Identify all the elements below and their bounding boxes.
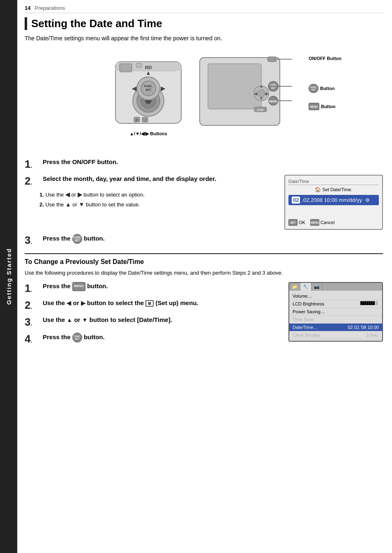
step-2-sub: 1. Use the ◀ or ▶ button to select an op…	[39, 191, 276, 208]
menu-item-clock-label: Clock Display	[293, 333, 320, 338]
menu-item-datetime: Date/Time… 02.02.'08 10:00	[289, 324, 382, 331]
arrow-up-icon: ▲	[65, 201, 71, 208]
menu-items-list: Volume… LCD Brightness ▊▊▊▊▊▊▊▏▏ Power S…	[289, 291, 382, 341]
svg-rect-4	[120, 64, 132, 72]
svg-text:◀: ◀	[254, 91, 257, 96]
svg-rect-24	[267, 57, 277, 62]
menu-item-clock-value: 3 Sec.	[366, 333, 379, 338]
section2-step-4-number: 4.	[25, 333, 36, 345]
step-2-row: 2. Select the month, day, year and time,…	[25, 175, 276, 187]
arrow-left-icon-s2: ◀	[67, 300, 71, 306]
menu-item-volume: Volume…	[289, 292, 382, 300]
page-header: 14 Preparations	[25, 5, 383, 13]
step-2-area: 2. Select the month, day, year and time,…	[25, 175, 383, 230]
section2-step-2-text: Use the ◀ or ▶ button to select the ⊞ (S…	[43, 299, 280, 307]
camera-front-view: ISO FUNC. SET ▲ ▼	[111, 53, 185, 127]
dialog-cancel-item: MENU Cancel	[310, 219, 334, 226]
steps-col-2: 2. Select the month, day, year and time,…	[25, 175, 276, 211]
sidebar: Getting Started	[0, 0, 17, 553]
dialog-spacer	[288, 208, 379, 217]
menu-item-datetime-label: Date/Time…	[293, 325, 318, 330]
subsection-title: To Change a Previously Set Date/Time	[25, 258, 383, 266]
step-2-sub-2: 2. Use the ▲ or ▼ button to set the valu…	[39, 201, 276, 209]
menu-btn-icon-s2: MENU	[72, 282, 85, 291]
menu-item-brightness: LCD Brightness ▊▊▊▊▊▊▊▏▏	[289, 300, 382, 308]
dialog-settings-icon: ⚙	[365, 197, 370, 203]
section2-step-3-number: 3.	[25, 316, 36, 329]
section2-steps-area: 1. Press the MENU button. 2. Use the ◀ o…	[25, 282, 383, 349]
section-divider	[25, 253, 383, 254]
section2-step-3-row: 3. Use the ▲ or ▼ button to select [Date…	[25, 316, 280, 329]
arrow-down-icon: ▼	[79, 201, 85, 208]
dialog-title: Date/Time	[288, 179, 379, 185]
func-set-icon-s2-step4: FUNCSET	[72, 333, 82, 342]
svg-text:MENU: MENU	[269, 100, 278, 103]
section2-step-2-row: 2. Use the ◀ or ▶ button to select the ⊞…	[25, 299, 280, 312]
menu-tab-2: 🔧	[300, 283, 311, 291]
svg-text:FUNC.: FUNC.	[144, 85, 152, 88]
menu-item-timezone: Time Zone…	[289, 316, 382, 324]
menu-item-datetime-value: 02.02.'08 10:00	[348, 325, 379, 330]
step-2-text: Select the month, day, year and time, an…	[43, 175, 276, 183]
func-set-back-icon: FUNC. SET	[309, 84, 318, 93]
menu-tab-3: 📷	[311, 283, 323, 291]
svg-text:▼: ▼	[259, 96, 263, 101]
svg-rect-23	[208, 64, 261, 109]
menu-item-volume-label: Volume…	[293, 294, 312, 298]
step-1-row: 1. Press the ON/OFF button.	[25, 158, 383, 171]
camera-front-svg: ISO FUNC. SET ▲ ▼	[111, 53, 185, 127]
svg-rect-5	[136, 63, 142, 67]
dialog-date-rest: .02.2008 10:00 mm/dd/yy	[302, 197, 362, 203]
arrow-right-icon-s2: ▶	[81, 300, 85, 306]
menu-item-power: Power Saving…	[289, 308, 382, 316]
dialog-date-highlighted: 02	[292, 197, 300, 204]
step-2-sub-1: 1. Use the ◀ or ▶ button to select an op…	[39, 191, 276, 199]
camera-back-svg: FUNC. SET MENU ▲ ▼ ◀ ▶ DISP.	[198, 53, 296, 132]
setup-icon: ⊞	[145, 300, 154, 307]
arrow-up-icon-s2: ▲	[67, 317, 72, 323]
menu-item-timezone-label: Time Zone…	[293, 317, 318, 322]
step-3-text: Press the FUNCSET button.	[43, 234, 383, 244]
func-set-icon-step3: FUNCSET	[72, 234, 82, 244]
section2-step-4-row: 4. Press the FUNCSET button.	[25, 333, 280, 345]
section2-step-3-text: Use the ▲ or ▼ button to select [Date/Ti…	[43, 316, 280, 324]
svg-text:▶: ▶	[161, 85, 166, 92]
datetime-dialog: Date/Time 🏠 Set Date/Time. 02 .02.2008 1…	[284, 175, 383, 230]
page-section: Preparations	[35, 5, 65, 11]
steps-section-1: 1. Press the ON/OFF button. 2. Select th…	[25, 158, 383, 247]
section2-step-1-text: Press the MENU button.	[43, 282, 280, 291]
dialog-cancel-text: Cancel	[321, 220, 334, 225]
svg-text:▶: ▶	[265, 91, 269, 96]
menu-item-clock: Clock Display 3 Sec.	[289, 331, 382, 339]
section2-step-4-text: Press the FUNCSET button.	[43, 333, 280, 342]
section-title: Setting the Date and Time	[25, 17, 383, 30]
section2-step-2-number: 2.	[25, 299, 36, 312]
svg-text:FUNC.: FUNC.	[270, 83, 277, 86]
menu-back-icon: MENU	[309, 103, 319, 110]
or-text-1: or	[71, 192, 76, 198]
set-button: SET	[288, 219, 297, 226]
buttons-label: ▲/▼/◀/▶ Buttons	[129, 131, 167, 136]
arrow-left-icon: ◀	[65, 191, 70, 198]
camera-front-label: ▲/▼/◀/▶ Buttons	[111, 131, 185, 137]
dialog-ok-item: SET OK	[288, 219, 305, 226]
svg-text:SET: SET	[145, 88, 151, 91]
dialog-subtitle-text: Set Date/Time.	[323, 187, 353, 192]
camera-back-labels: ON/OFF Button FUNC. SET Button MENU Butt…	[309, 53, 341, 132]
menu-screenshot: 📁 🔧 📷 Volume… LCD Brightness ▊▊▊▊▊▊▊▏▏	[288, 282, 383, 342]
menu-tabs: 📁 🔧 📷	[289, 283, 382, 291]
intro-text: The Date/Time settings menu will appear …	[25, 34, 383, 43]
section2-steps-col: 1. Press the MENU button. 2. Use the ◀ o…	[25, 282, 280, 349]
svg-point-25	[268, 81, 278, 91]
dialog-date-row: 02 .02.2008 10:00 mm/dd/yy ⚙	[288, 195, 379, 205]
camera-diagram: ISO FUNC. SET ▲ ▼	[25, 49, 383, 146]
arrow-down-icon-s2: ▼	[82, 317, 88, 323]
on-off-label: ON/OFF Button	[309, 56, 341, 61]
dialog-subtitle: 🏠 Set Date/Time.	[288, 187, 379, 192]
svg-text:▲: ▲	[145, 69, 151, 76]
svg-text:◀: ◀	[131, 85, 137, 92]
svg-text:♪: ♪	[144, 118, 146, 122]
camera-back-area: FUNC. SET MENU ▲ ▼ ◀ ▶ DISP.	[198, 53, 296, 133]
menu-item-power-label: Power Saving…	[293, 309, 325, 314]
dialog-ok-text: OK	[299, 220, 305, 225]
